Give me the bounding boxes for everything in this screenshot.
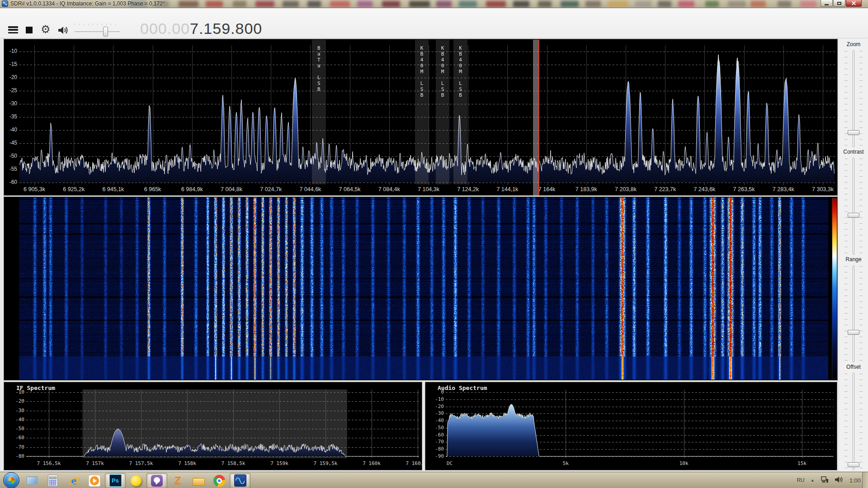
if-y-tick-label: -70 <box>6 444 24 450</box>
band-marker-char: 4 <box>441 57 444 63</box>
stop-button[interactable] <box>26 27 33 33</box>
zona-icon[interactable]: Z <box>167 473 188 488</box>
taskbar-clock[interactable]: 1:00 <box>849 477 861 484</box>
calculator-icon[interactable] <box>42 473 63 488</box>
rf-x-tick-label: 6 965k <box>133 186 172 192</box>
sdrsharp-window: SDR# v1.0.0.1334 - IQ Imbalance: Gain = … <box>0 0 868 488</box>
close-button[interactable] <box>846 0 862 7</box>
rf-y-tick-label: -40 <box>4 127 17 133</box>
taskbar: ePsZ RU ▲ 1:00 <box>0 472 868 488</box>
if-x-tick-label: 7 160k <box>351 460 392 466</box>
rf-x-tick-label: 7 203,8k <box>606 186 645 192</box>
offset-slider[interactable] <box>839 373 868 470</box>
sdrsharp-icon[interactable] <box>230 473 250 488</box>
system-tray: RU ▲ 1:00 <box>797 472 861 488</box>
frequency-leading-zeros[interactable]: 000.00 <box>140 20 190 37</box>
band-marker-char: B <box>317 86 321 92</box>
audio-x-tick-label: DC <box>447 460 465 466</box>
band-marker-char: M <box>459 69 462 75</box>
rf-y-tick-label: -10 <box>4 48 17 54</box>
band-marker-char: 0 <box>459 63 462 69</box>
settings-gear-icon[interactable]: ⚙ <box>41 23 51 36</box>
hidden-icons-arrow[interactable]: ▲ <box>811 478 815 483</box>
tray-speaker-icon[interactable] <box>835 476 844 485</box>
rf-y-tick-label: -15 <box>4 61 17 67</box>
audio-spectrum-title: Audio Spectrum <box>438 385 487 391</box>
windows-explorer-icon[interactable] <box>188 473 209 488</box>
audio-x-tick-label: 5k <box>554 460 577 466</box>
viber-icon[interactable] <box>146 473 167 488</box>
if-x-tick-label: 7 158k <box>167 460 208 466</box>
contrast-slider[interactable] <box>839 158 868 255</box>
band-marker: BaTaLSB <box>312 40 326 184</box>
audio-x-tick-label: 15k <box>791 460 813 466</box>
rf-x-tick-label: 7 124,2k <box>448 186 487 192</box>
audio-y-tick-label: -90 <box>427 453 444 459</box>
title-bar[interactable]: SDR# v1.0.0.1334 - IQ Imbalance: Gain = … <box>0 0 868 8</box>
chrome-icon[interactable] <box>209 473 230 488</box>
rf-x-tick-label: 7 183,9k <box>567 186 606 192</box>
maximize-button[interactable] <box>833 0 845 7</box>
remote-desktop-icon[interactable] <box>22 473 42 488</box>
speaker-icon[interactable] <box>57 25 69 37</box>
offset-slider-thumb[interactable] <box>848 462 859 467</box>
band-marker-char: B <box>459 51 462 57</box>
rf-x-tick-label: 6 905,3k <box>15 186 54 192</box>
minimize-button[interactable] <box>821 0 833 7</box>
band-marker-char: B <box>317 45 321 51</box>
tuning-filter-band[interactable] <box>533 40 538 196</box>
toolbar: ⚙ 000.007.159.800 <box>0 8 868 38</box>
audio-y-tick-label: -80 <box>427 446 444 452</box>
range-slider-label: Range <box>839 256 868 263</box>
band-marker-char: T <box>317 57 321 63</box>
rf-x-tick-label: 7 024,7k <box>251 186 290 192</box>
waterfall-canvas[interactable] <box>19 197 828 380</box>
contrast-slider-thumb[interactable] <box>848 213 859 218</box>
audio-y-tick-label: -60 <box>427 432 444 438</box>
rf-y-tick-label: -35 <box>4 113 17 120</box>
frequency-display[interactable]: 000.007.159.800 <box>140 20 262 38</box>
volume-slider-thumb[interactable] <box>103 27 108 37</box>
icq-icon[interactable] <box>126 473 146 488</box>
if-x-tick-label: 7 157,5k <box>121 460 161 466</box>
zoom-slider-thumb[interactable] <box>848 130 859 135</box>
band-marker: KB40MLSB <box>415 40 429 184</box>
rf-x-tick-label: 7 303,3k <box>803 186 842 192</box>
photoshop-icon[interactable]: Ps <box>105 473 126 488</box>
band-marker-char: L <box>420 80 424 86</box>
start-button-icon[interactable] <box>1 473 22 488</box>
if-x-tick-label: 7 159,5k <box>305 460 346 466</box>
band-marker-char: K <box>459 45 462 51</box>
if-spectrum-canvas[interactable] <box>26 389 420 458</box>
waterfall-palette-bar <box>832 198 837 379</box>
media-player-icon[interactable] <box>84 473 105 488</box>
audio-spectrum-canvas[interactable] <box>446 389 834 458</box>
language-indicator[interactable]: RU <box>797 477 804 483</box>
if-x-tick-label: 7 156,5k <box>28 460 69 466</box>
tuning-line[interactable] <box>538 40 539 196</box>
range-slider-thumb[interactable] <box>848 330 859 335</box>
offset-slider-label: Offset <box>839 364 868 370</box>
audio-y-tick-label: -70 <box>427 439 444 445</box>
hamburger-menu-icon[interactable] <box>8 26 18 33</box>
rf-x-tick-label: 6 945,1k <box>94 186 132 192</box>
rf-x-tick-label: 7 004,8k <box>212 186 251 192</box>
band-marker-char: K <box>441 45 444 51</box>
band-marker: KB40MLSB <box>436 40 450 184</box>
network-icon[interactable] <box>821 476 829 485</box>
audio-y-tick-label: -20 <box>427 404 444 409</box>
zoom-slider[interactable] <box>839 50 868 147</box>
if-x-tick-label: 7 157k <box>75 460 115 466</box>
range-slider[interactable] <box>839 265 868 362</box>
contrast-slider-label: Contrast <box>839 149 868 155</box>
frequency-value[interactable]: 7.159.800 <box>190 20 262 37</box>
rf-y-tick-label: -20 <box>4 74 17 80</box>
rf-x-tick-label: 7 283,4k <box>764 186 803 192</box>
rf-x-tick-label: 7 104,3k <box>409 186 448 192</box>
internet-explorer-icon[interactable]: e <box>63 473 84 488</box>
zoom-slider-label: Zoom <box>839 41 868 47</box>
show-desktop-button[interactable] <box>862 472 868 488</box>
if-x-tick-label: 7 158,5k <box>213 460 254 466</box>
rf-y-tick-label: -25 <box>4 87 17 94</box>
volume-slider[interactable] <box>75 23 120 40</box>
